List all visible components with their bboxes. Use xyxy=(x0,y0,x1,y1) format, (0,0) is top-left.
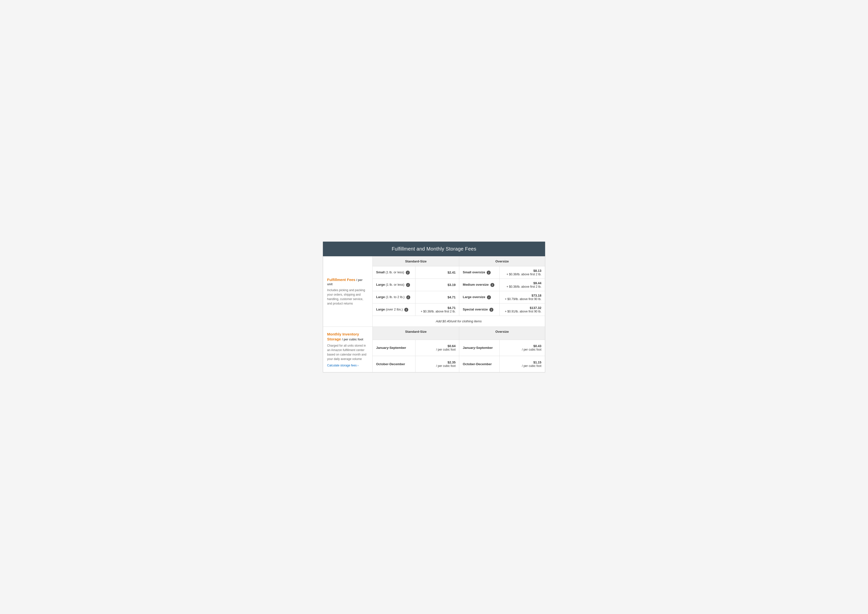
oversize-row1-price: $8.13 + $0.38/lb. above first 2 lb. xyxy=(499,266,545,279)
fulfillment-left-panel: Fulfillment Fees / per unit Includes pic… xyxy=(323,256,373,327)
storage-left-panel: Monthly Inventory Storage / per cubic fo… xyxy=(323,327,373,372)
oversize-row3-label: Large oversize i xyxy=(459,291,499,303)
oversize-row4-label: Special oversize i xyxy=(459,303,499,316)
storage-over-row1-label: January-September xyxy=(459,340,499,356)
standard-row4-label: Large (over 2 lbs.) i xyxy=(373,303,415,316)
storage-std-row1-price: $0.64 / per cubic foot xyxy=(415,340,459,356)
fulfillment-section-title: Fulfillment Fees / per unit xyxy=(327,277,369,286)
info-icon-std-row4[interactable]: i xyxy=(404,308,408,312)
oversize-row2-price: $9.44 + $0.38/lb. above first 2 lb. xyxy=(499,279,545,291)
standard-row1-label: Small (1 lb. or less) i xyxy=(373,266,415,279)
storage-oversize-header: Oversize xyxy=(459,327,545,340)
storage-std-row2-label: October-December xyxy=(373,356,415,372)
fulfillment-header-row: Fulfillment Fees / per unit Includes pic… xyxy=(323,256,545,266)
info-icon-std-row3[interactable]: i xyxy=(406,295,410,299)
standard-size-header: Standard-Size xyxy=(373,256,459,266)
fulfillment-description: Includes picking and packing your orders… xyxy=(327,288,369,306)
main-container: Fulfillment and Monthly Storage Fees Ful… xyxy=(322,241,546,373)
oversize-row1-label: Small oversize i xyxy=(459,266,499,279)
info-icon-over-row4[interactable]: i xyxy=(490,308,493,312)
oversize-row3-price: $73.18 + $0.79/lb. above first 90 lb. xyxy=(499,291,545,303)
calculate-storage-link[interactable]: Calculate storage fees › xyxy=(327,364,369,367)
info-icon-std-row2[interactable]: i xyxy=(406,283,410,287)
standard-row1-price: $2.41 xyxy=(415,266,459,279)
fees-table: Fulfillment Fees / per unit Includes pic… xyxy=(323,256,545,372)
info-icon-over-row1[interactable]: i xyxy=(487,270,491,275)
storage-over-row2-label: October-December xyxy=(459,356,499,372)
info-icon-std-row1[interactable]: i xyxy=(406,270,410,275)
standard-row3-price: $4.71 xyxy=(415,291,459,303)
standard-row2-price: $3.19 xyxy=(415,279,459,291)
storage-over-row1-price: $0.43 / per cubic foot xyxy=(499,340,545,356)
storage-section-title: Monthly Inventory Storage / per cubic fo… xyxy=(327,332,369,341)
oversize-header: Oversize xyxy=(459,256,545,266)
standard-row2-label: Large (1 lb. or less) i xyxy=(373,279,415,291)
standard-row4-price: $4.71 + $0.38/lb. above first 2 lb. xyxy=(415,303,459,316)
info-icon-over-row2[interactable]: i xyxy=(490,283,494,287)
clothing-note: Add $0.40/unit for clothing items xyxy=(373,316,545,327)
storage-std-row1-label: January-September xyxy=(373,340,415,356)
storage-header-row: Monthly Inventory Storage / per cubic fo… xyxy=(323,327,545,340)
storage-description: Charged for all units stored in an Amazo… xyxy=(327,344,369,361)
oversize-row2-label: Medium oversize i xyxy=(459,279,499,291)
storage-std-row2-price: $2.35 / per cubic foot xyxy=(415,356,459,372)
storage-over-row2-price: $1.15 / per cubic foot xyxy=(499,356,545,372)
info-icon-over-row3[interactable]: i xyxy=(487,295,491,299)
oversize-row4-price: $137.32 + $0.91/lb. above first 90 lb. xyxy=(499,303,545,316)
standard-row3-label: Large (1 lb. to 2 lb.) i xyxy=(373,291,415,303)
page-title: Fulfillment and Monthly Storage Fees xyxy=(323,242,545,256)
storage-standard-header: Standard-Size xyxy=(373,327,459,340)
